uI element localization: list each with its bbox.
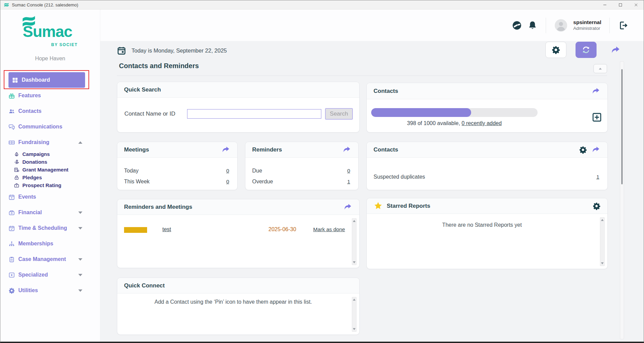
sidebar-item-time-scheduling[interactable]: Time & Scheduling <box>8 220 85 236</box>
card-header: Quick Search <box>117 82 359 98</box>
starred-reports-empty-text: There are no Starred Reports yet <box>377 222 587 228</box>
contacts-quota-card: Contacts 398 of 1000 available, 0 recent… <box>366 83 608 133</box>
features-icon <box>8 93 15 99</box>
star-icon <box>374 201 383 210</box>
main-scrollbar[interactable] <box>620 61 624 339</box>
scroll-down-icon[interactable] <box>353 261 356 263</box>
card-settings-gear-icon[interactable] <box>579 146 587 154</box>
chevron-down-icon[interactable] <box>78 274 82 276</box>
sidebar-item-label: Time & Scheduling <box>18 225 67 231</box>
divider <box>546 18 546 33</box>
sidebar-subitem-pledges[interactable]: Pledges <box>8 174 85 181</box>
open-duplicates-arrow-icon[interactable] <box>591 145 601 155</box>
reminders-due-count-link[interactable]: 0 <box>347 168 350 174</box>
societ-help-icon[interactable] <box>512 20 522 31</box>
sidebar-item-utilities[interactable]: Utilities <box>8 283 85 298</box>
scroll-down-icon[interactable] <box>601 262 604 264</box>
sidebar-item-fundraising[interactable]: Fundraising <box>8 135 85 150</box>
titlebar: Sumac Console (212. salesdemo) <box>0 0 644 9</box>
quick-search-card: Quick Search Contact Name or ID Search <box>117 82 360 133</box>
open-contacts-arrow-icon[interactable] <box>591 86 601 96</box>
sidebar-item-label: Utilities <box>18 287 38 294</box>
divider <box>117 76 607 76</box>
sidebar-subitem-prospect-rating[interactable]: Prospect Rating <box>8 181 85 189</box>
reminders-card: Reminders Due 0 Overdue 1 <box>245 142 359 190</box>
divider <box>609 18 610 33</box>
dashboard-settings-button[interactable] <box>545 42 566 58</box>
calendar-icon <box>117 46 126 55</box>
sidebar-item-dashboard[interactable]: Dashboard <box>8 72 85 88</box>
memberships-icon <box>8 241 15 247</box>
search-button[interactable]: Search <box>325 108 353 120</box>
list-scrollbar[interactable] <box>352 297 357 332</box>
refresh-button[interactable] <box>576 42 597 58</box>
meetings-week-count-link[interactable]: 0 <box>226 179 229 185</box>
chevron-down-icon[interactable] <box>78 289 82 292</box>
sidebar-item-events[interactable]: Events <box>8 189 85 205</box>
top-header: spsinternal Administrator <box>100 9 644 41</box>
open-reminders-arrow-icon[interactable] <box>342 145 351 155</box>
card-title: Quick Connect <box>124 282 165 289</box>
date-row: Today is Monday, September 22, 2025 <box>117 44 227 57</box>
sidebar-item-features[interactable]: Features <box>8 88 85 103</box>
close-button[interactable] <box>628 0 644 9</box>
sidebar-subitem-campaigns[interactable]: Campaigns <box>8 150 85 158</box>
share-arrow-icon[interactable] <box>610 45 621 56</box>
sidebar-item-communications[interactable]: Communications <box>8 119 85 135</box>
card-header: Quick Connect <box>117 278 359 294</box>
grant-management-icon <box>14 167 19 173</box>
sidebar-item-specialized[interactable]: Specialized <box>8 267 85 283</box>
today-date-text: Today is Monday, September 22, 2025 <box>132 47 227 54</box>
recently-added-link[interactable]: 0 recently added <box>462 120 502 126</box>
progress-fill <box>371 108 471 117</box>
mark-as-done-link[interactable]: Mark as done <box>313 226 345 233</box>
reminders-overdue-count-link[interactable]: 1 <box>347 179 350 185</box>
sidebar-item-financial[interactable]: Financial <box>8 205 85 220</box>
quick-connect-card: Quick Connect Add a Contact using the ‘P… <box>117 278 360 335</box>
sidebar-item-case-management[interactable]: Case Management <box>8 251 85 267</box>
card-header: Contacts <box>367 83 607 99</box>
quota-text: 398 of 1000 available, <box>407 120 460 126</box>
logout-icon[interactable] <box>618 20 628 31</box>
reminders-overdue-row: Overdue 1 <box>252 179 350 185</box>
sumac-logo-icon <box>4 2 9 7</box>
collapse-section-button[interactable] <box>593 64 607 73</box>
scrollbar-thumb[interactable] <box>621 69 623 184</box>
minimize-button[interactable] <box>597 0 612 9</box>
open-meetings-arrow-icon[interactable] <box>221 145 230 155</box>
campaigns-icon <box>14 152 19 157</box>
list-scrollbar[interactable] <box>600 217 605 266</box>
duplicates-count-link[interactable]: 1 <box>596 174 599 180</box>
reminder-name-link[interactable]: test <box>162 226 171 233</box>
chevron-down-icon[interactable] <box>78 227 82 229</box>
sidebar-item-contacts[interactable]: Contacts <box>8 103 85 119</box>
user-avatar[interactable] <box>554 19 568 32</box>
scroll-up-icon[interactable] <box>601 219 604 221</box>
card-settings-gear-icon[interactable] <box>592 202 601 210</box>
meetings-week-row: This Week 0 <box>124 179 229 185</box>
chevron-up-icon[interactable] <box>78 141 82 144</box>
chevron-down-icon[interactable] <box>78 258 82 261</box>
sidebar-subitem-grant-management[interactable]: Grant Management <box>8 166 85 174</box>
window-controls <box>597 0 644 9</box>
stat-label: Due <box>252 168 262 174</box>
sidebar-subitem-label: Donations <box>22 159 47 165</box>
contact-search-input[interactable] <box>187 109 321 119</box>
scroll-up-icon[interactable] <box>353 220 356 222</box>
sidebar-item-memberships[interactable]: Memberships <box>8 236 85 251</box>
list-scrollbar[interactable] <box>352 218 357 265</box>
add-contact-button[interactable] <box>592 112 602 122</box>
notifications-bell-icon[interactable] <box>527 20 538 31</box>
organization-name: Hope Haven <box>0 56 100 62</box>
scroll-down-icon[interactable] <box>353 328 356 330</box>
sidebar-subitem-donations[interactable]: Donations <box>8 158 85 166</box>
scroll-up-icon[interactable] <box>353 299 356 301</box>
open-reminders-meetings-arrow-icon[interactable] <box>343 202 353 212</box>
chevron-down-icon[interactable] <box>78 211 82 214</box>
donations-icon <box>14 159 19 165</box>
card-body: There are no Starred Reports yet <box>367 214 607 269</box>
stat-label: Overdue <box>252 179 273 185</box>
sidebar-item-label: Specialized <box>18 272 48 278</box>
meetings-today-count-link[interactable]: 0 <box>226 168 229 174</box>
maximize-button[interactable] <box>612 0 628 9</box>
